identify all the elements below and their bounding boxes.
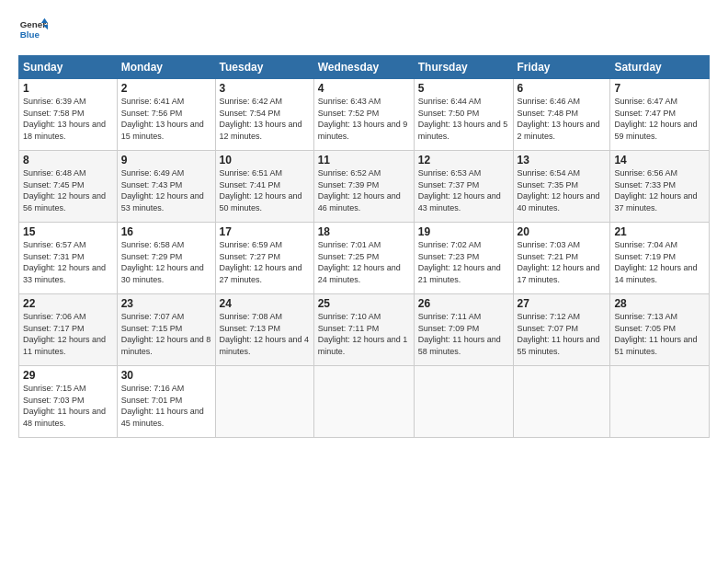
cell-content: Sunrise: 7:12 AMSunset: 7:07 PMDaylight:… xyxy=(518,312,600,356)
column-header-thursday: Thursday xyxy=(414,56,513,79)
cell-content: Sunrise: 6:56 AMSunset: 7:33 PMDaylight:… xyxy=(614,168,697,213)
calendar-table: SundayMondayTuesdayWednesdayThursdayFrid… xyxy=(18,55,710,438)
svg-text:Blue: Blue xyxy=(20,29,40,40)
day-cell: 1 Sunrise: 6:39 AMSunset: 7:58 PMDayligh… xyxy=(19,79,118,151)
cell-content: Sunrise: 7:06 AMSunset: 7:17 PMDaylight:… xyxy=(23,312,106,356)
cell-content: Sunrise: 6:51 AMSunset: 7:41 PMDaylight:… xyxy=(220,168,302,213)
day-cell: 21 Sunrise: 7:04 AMSunset: 7:19 PMDaylig… xyxy=(610,223,710,294)
column-header-monday: Monday xyxy=(117,56,215,79)
day-number: 18 xyxy=(318,225,410,238)
cell-content: Sunrise: 6:42 AMSunset: 7:54 PMDaylight:… xyxy=(220,97,302,141)
day-cell: 3 Sunrise: 6:42 AMSunset: 7:54 PMDayligh… xyxy=(215,79,313,151)
day-number: 8 xyxy=(23,154,113,167)
day-number: 12 xyxy=(418,154,509,167)
day-cell: 11 Sunrise: 6:52 AMSunset: 7:39 PMDaylig… xyxy=(313,151,414,223)
day-cell xyxy=(215,366,313,438)
column-header-sunday: Sunday xyxy=(19,56,118,79)
day-cell: 17 Sunrise: 6:59 AMSunset: 7:27 PMDaylig… xyxy=(215,223,313,294)
day-number: 10 xyxy=(220,154,310,167)
day-number: 27 xyxy=(518,297,607,310)
day-cell: 10 Sunrise: 6:51 AMSunset: 7:41 PMDaylig… xyxy=(215,151,313,223)
day-number: 7 xyxy=(614,82,705,95)
cell-content: Sunrise: 7:01 AMSunset: 7:25 PMDaylight:… xyxy=(318,240,401,284)
day-cell xyxy=(313,366,414,438)
cell-content: Sunrise: 6:59 AMSunset: 7:27 PMDaylight:… xyxy=(220,240,302,284)
cell-content: Sunrise: 6:53 AMSunset: 7:37 PMDaylight:… xyxy=(418,168,501,213)
day-cell: 9 Sunrise: 6:49 AMSunset: 7:43 PMDayligh… xyxy=(117,151,215,223)
day-cell: 23 Sunrise: 7:07 AMSunset: 7:15 PMDaylig… xyxy=(117,294,215,366)
day-number: 26 xyxy=(418,297,509,310)
day-cell: 5 Sunrise: 6:44 AMSunset: 7:50 PMDayligh… xyxy=(414,79,513,151)
day-cell xyxy=(513,366,610,438)
day-number: 22 xyxy=(23,297,113,310)
cell-content: Sunrise: 6:54 AMSunset: 7:35 PMDaylight:… xyxy=(518,168,600,213)
day-number: 23 xyxy=(121,297,211,310)
cell-content: Sunrise: 6:39 AMSunset: 7:58 PMDaylight:… xyxy=(23,97,106,141)
day-cell: 24 Sunrise: 7:08 AMSunset: 7:13 PMDaylig… xyxy=(215,294,313,366)
logo: General Blue xyxy=(18,17,48,46)
day-cell: 25 Sunrise: 7:10 AMSunset: 7:11 PMDaylig… xyxy=(313,294,414,366)
day-cell xyxy=(414,366,513,438)
day-number: 17 xyxy=(220,225,310,238)
day-number: 1 xyxy=(23,82,113,95)
day-number: 25 xyxy=(318,297,410,310)
day-cell: 4 Sunrise: 6:43 AMSunset: 7:52 PMDayligh… xyxy=(313,79,414,151)
cell-content: Sunrise: 6:52 AMSunset: 7:39 PMDaylight:… xyxy=(318,168,401,213)
column-header-friday: Friday xyxy=(513,56,610,79)
column-header-tuesday: Tuesday xyxy=(215,56,313,79)
week-row-2: 8 Sunrise: 6:48 AMSunset: 7:45 PMDayligh… xyxy=(19,151,710,223)
day-cell: 20 Sunrise: 7:03 AMSunset: 7:21 PMDaylig… xyxy=(513,223,610,294)
day-number: 20 xyxy=(518,225,607,238)
cell-content: Sunrise: 7:13 AMSunset: 7:05 PMDaylight:… xyxy=(614,312,697,356)
cell-content: Sunrise: 7:03 AMSunset: 7:21 PMDaylight:… xyxy=(518,240,600,284)
cell-content: Sunrise: 7:02 AMSunset: 7:23 PMDaylight:… xyxy=(418,240,501,284)
day-number: 29 xyxy=(23,369,113,382)
day-number: 14 xyxy=(614,154,705,167)
day-cell: 26 Sunrise: 7:11 AMSunset: 7:09 PMDaylig… xyxy=(414,294,513,366)
day-number: 15 xyxy=(23,225,113,238)
column-header-wednesday: Wednesday xyxy=(313,56,414,79)
day-cell: 14 Sunrise: 6:56 AMSunset: 7:33 PMDaylig… xyxy=(610,151,710,223)
cell-content: Sunrise: 6:44 AMSunset: 7:50 PMDaylight:… xyxy=(418,97,508,141)
logo-icon: General Blue xyxy=(18,17,48,46)
day-number: 30 xyxy=(121,369,211,382)
day-number: 21 xyxy=(614,225,705,238)
cell-content: Sunrise: 6:57 AMSunset: 7:31 PMDaylight:… xyxy=(23,240,106,284)
cell-content: Sunrise: 6:46 AMSunset: 7:48 PMDaylight:… xyxy=(518,97,600,141)
day-cell: 2 Sunrise: 6:41 AMSunset: 7:56 PMDayligh… xyxy=(117,79,215,151)
day-number: 19 xyxy=(418,225,509,238)
cell-content: Sunrise: 6:47 AMSunset: 7:47 PMDaylight:… xyxy=(614,97,697,141)
cell-content: Sunrise: 7:11 AMSunset: 7:09 PMDaylight:… xyxy=(418,312,501,356)
week-row-1: 1 Sunrise: 6:39 AMSunset: 7:58 PMDayligh… xyxy=(19,79,710,151)
cell-content: Sunrise: 6:41 AMSunset: 7:56 PMDaylight:… xyxy=(121,97,204,141)
cell-content: Sunrise: 7:08 AMSunset: 7:13 PMDaylight:… xyxy=(220,312,310,356)
day-cell: 7 Sunrise: 6:47 AMSunset: 7:47 PMDayligh… xyxy=(610,79,710,151)
cell-content: Sunrise: 6:49 AMSunset: 7:43 PMDaylight:… xyxy=(121,168,204,213)
header-row: SundayMondayTuesdayWednesdayThursdayFrid… xyxy=(19,56,710,79)
day-cell: 27 Sunrise: 7:12 AMSunset: 7:07 PMDaylig… xyxy=(513,294,610,366)
cell-content: Sunrise: 6:58 AMSunset: 7:29 PMDaylight:… xyxy=(121,240,204,284)
week-row-4: 22 Sunrise: 7:06 AMSunset: 7:17 PMDaylig… xyxy=(19,294,710,366)
day-number: 24 xyxy=(220,297,310,310)
week-row-5: 29 Sunrise: 7:15 AMSunset: 7:03 PMDaylig… xyxy=(19,366,710,438)
day-cell: 29 Sunrise: 7:15 AMSunset: 7:03 PMDaylig… xyxy=(19,366,118,438)
column-header-saturday: Saturday xyxy=(610,56,710,79)
day-cell: 8 Sunrise: 6:48 AMSunset: 7:45 PMDayligh… xyxy=(19,151,118,223)
day-cell: 13 Sunrise: 6:54 AMSunset: 7:35 PMDaylig… xyxy=(513,151,610,223)
day-cell: 22 Sunrise: 7:06 AMSunset: 7:17 PMDaylig… xyxy=(19,294,118,366)
week-row-3: 15 Sunrise: 6:57 AMSunset: 7:31 PMDaylig… xyxy=(19,223,710,294)
day-cell xyxy=(610,366,710,438)
day-number: 2 xyxy=(121,82,211,95)
day-cell: 15 Sunrise: 6:57 AMSunset: 7:31 PMDaylig… xyxy=(19,223,118,294)
cell-content: Sunrise: 7:04 AMSunset: 7:19 PMDaylight:… xyxy=(614,240,697,284)
day-number: 6 xyxy=(518,82,607,95)
cell-content: Sunrise: 7:10 AMSunset: 7:11 PMDaylight:… xyxy=(318,312,408,356)
day-cell: 12 Sunrise: 6:53 AMSunset: 7:37 PMDaylig… xyxy=(414,151,513,223)
day-number: 28 xyxy=(614,297,705,310)
cell-content: Sunrise: 7:15 AMSunset: 7:03 PMDaylight:… xyxy=(23,384,106,428)
day-number: 11 xyxy=(318,154,410,167)
cell-content: Sunrise: 7:07 AMSunset: 7:15 PMDaylight:… xyxy=(121,312,211,356)
day-number: 5 xyxy=(418,82,509,95)
day-number: 9 xyxy=(121,154,211,167)
day-cell: 16 Sunrise: 6:58 AMSunset: 7:29 PMDaylig… xyxy=(117,223,215,294)
